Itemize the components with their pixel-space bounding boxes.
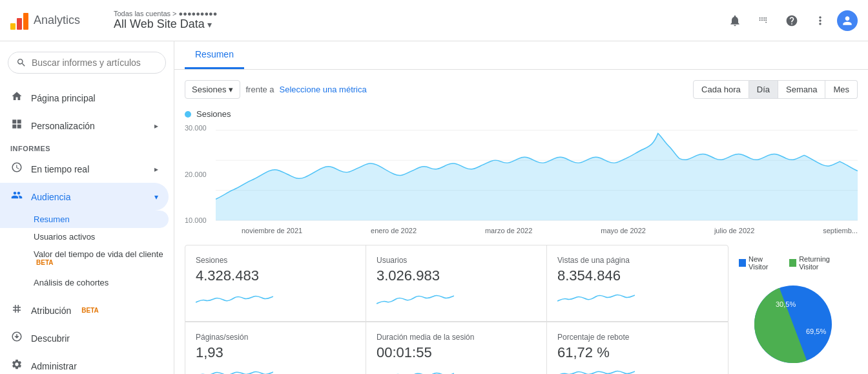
time-button-dia[interactable]: Día (749, 80, 778, 99)
legend-dot (185, 111, 191, 118)
logo-bar-2 (17, 18, 22, 30)
beta-badge: BETA (36, 259, 53, 266)
tab-resumen[interactable]: Resumen (185, 41, 244, 69)
x-label-6: septiemb... (823, 227, 858, 234)
x-label-3: marzo de 2022 (485, 227, 532, 234)
pie-container: 69,5% 30,5% (739, 276, 847, 373)
logo-bar-1 (10, 23, 16, 30)
discover-icon (10, 331, 23, 346)
metrics-section: Sesiones 4.328.483 Usuarios 3.026.983 (185, 245, 728, 374)
customize-icon (10, 118, 23, 133)
tab-bar: Resumen (174, 41, 868, 70)
sparkline-duracion (377, 366, 454, 374)
sidebar-item-audience[interactable]: Audiencia ▾ (0, 183, 169, 211)
chevron-down-icon[interactable]: ▾ (207, 19, 212, 30)
content-inner: Sesiones ▾ frente a Seleccione una métri… (174, 70, 868, 374)
sub-item-label: Valor del tiempo de vida del cliente (34, 249, 163, 259)
sidebar-item-descubrir[interactable]: Descubrir (0, 324, 169, 352)
vs-text: frente a (245, 85, 274, 94)
metric-value: 00:01:55 (377, 344, 536, 361)
time-button-semana[interactable]: Semana (778, 80, 825, 99)
sidebar-item-attribution[interactable]: Atribución BETA (0, 296, 169, 324)
metric-name: Sesiones (196, 256, 355, 265)
sidebar-sub-resumen[interactable]: Resumen (0, 211, 169, 228)
sidebar-item-label: Personalización (31, 121, 95, 131)
sidebar-item-label: Atribución (31, 306, 71, 316)
metric-name: Porcentaje de rebote (557, 333, 718, 342)
sparkline-vistas (557, 289, 635, 309)
search-input[interactable] (32, 57, 158, 68)
time-button-hora[interactable]: Cada hora (693, 80, 749, 99)
metric-name: Usuarios (377, 256, 536, 265)
sidebar-item-label: Página principal (31, 93, 96, 103)
sidebar-sub-usuarios-activos[interactable]: Usuarios activos (0, 228, 169, 245)
y-label-10k: 10.000 (185, 216, 207, 224)
time-buttons: Cada hora Día Semana Mes (693, 80, 858, 99)
metric-cell-usuarios: Usuarios 3.026.983 (366, 245, 547, 322)
help-button[interactable] (780, 9, 803, 32)
pie-label-green: 30,5% (776, 300, 796, 308)
expand-icon: ▾ (154, 192, 158, 202)
y-axis-labels: 30.000 20.000 10.000 (185, 124, 207, 224)
top-nav: Analytics Todas las cuentas > ●●●●●●●●● … (0, 0, 868, 41)
x-label-1: noviembre de 2021 (242, 227, 302, 234)
metric-cell-paginas: Páginas/sesión 1,93 (185, 322, 366, 374)
pie-legend: New Visitor Returning Visitor (739, 255, 847, 271)
pie-legend-new: New Visitor (739, 255, 781, 271)
pie-chart-panel: New Visitor Returning Visitor (728, 245, 858, 374)
main-bottom: Sesiones 4.328.483 Usuarios 3.026.983 (185, 245, 858, 374)
notifications-button[interactable] (723, 9, 747, 32)
chart-wrapper: 30.000 20.000 10.000 (185, 124, 858, 234)
metrics-row-2: Páginas/sesión 1,93 Duración media de la… (185, 322, 728, 374)
x-label-5: julio de 2022 (714, 227, 754, 234)
x-axis-labels: noviembre de 2021 enero de 2022 marzo de… (216, 224, 858, 234)
attribution-icon (10, 303, 23, 318)
chart-area: Sesiones 30.000 20.000 10.000 (185, 109, 858, 234)
metric-name: Duración media de la sesión (377, 333, 536, 342)
metrics-row-1: Sesiones 4.328.483 Usuarios 3.026.983 (185, 245, 728, 322)
metric-select-dropdown[interactable]: Sesiones ▾ (185, 80, 240, 99)
time-button-mes[interactable]: Mes (825, 80, 858, 99)
y-label-30k: 30.000 (185, 124, 207, 132)
chart-legend-label: Sesiones (196, 109, 231, 119)
metric-cell-duracion: Duración media de la sesión 00:01:55 (366, 322, 547, 374)
metric-value: 3.026.983 (377, 267, 536, 284)
avatar[interactable] (837, 10, 858, 31)
y-label-20k: 20.000 (185, 171, 207, 178)
search-bar[interactable] (8, 52, 166, 74)
sidebar-sub-cohortes[interactable]: Análisis de cohortes (0, 274, 169, 291)
logo-bar-3 (23, 13, 28, 30)
pie-legend-color-returning (789, 259, 796, 267)
realtime-icon (10, 161, 23, 176)
sessions-chart (216, 124, 858, 224)
sidebar-item-admin[interactable]: Administrar (0, 352, 169, 374)
chart-legend: Sesiones (185, 109, 858, 119)
sidebar-item-home[interactable]: Página principal (0, 84, 169, 112)
sub-item-label: Resumen (34, 214, 70, 224)
metric-name: Vistas de una página (557, 256, 718, 265)
sidebar-item-label: Descubrir (31, 333, 70, 344)
pie-legend-label-new: New Visitor (749, 255, 781, 271)
sidebar-item-customize[interactable]: Personalización ▸ (0, 112, 169, 140)
metric-left: Sesiones ▾ frente a Seleccione una métri… (185, 80, 367, 99)
home-icon (10, 90, 23, 105)
apps-button[interactable] (752, 9, 775, 32)
metric-controls: Sesiones ▾ frente a Seleccione una métri… (185, 80, 858, 99)
dropdown-chevron-icon: ▾ (229, 85, 233, 94)
page-title: All Web Site Data (114, 17, 205, 31)
pie-legend-color-new (739, 259, 746, 267)
audience-icon (10, 189, 23, 204)
breadcrumb-bottom[interactable]: All Web Site Data ▾ (114, 17, 723, 31)
sparkline-paginas (196, 366, 273, 374)
sidebar-sub-valor-tiempo[interactable]: Valor del tiempo de vida del cliente BET… (0, 245, 169, 274)
pie-label-blue: 69,5% (806, 327, 826, 335)
beta-badge: BETA (81, 307, 98, 314)
select-metric-label[interactable]: Seleccione una métrica (280, 85, 367, 94)
sub-item-label: Análisis de cohortes (34, 278, 108, 287)
search-icon (16, 57, 26, 68)
more-options-button[interactable] (809, 9, 832, 32)
pie-legend-label-returning: Returning Visitor (799, 255, 847, 271)
sidebar-item-label: Administrar (31, 361, 77, 371)
x-label-2: enero de 2022 (371, 227, 417, 234)
sidebar-item-realtime[interactable]: En tiempo real ▸ (0, 155, 169, 183)
